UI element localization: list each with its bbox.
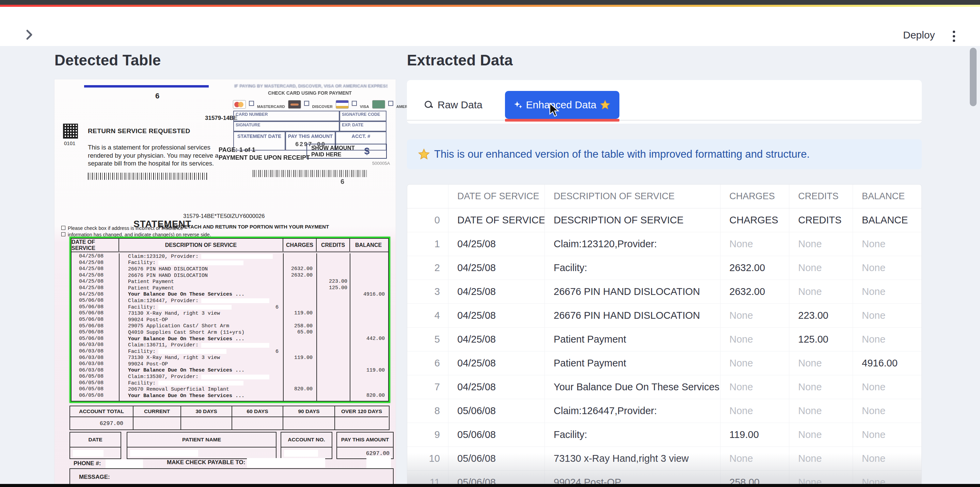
table-cell: None xyxy=(789,232,853,256)
payable-redaction xyxy=(247,458,325,468)
table-cell: 73130 x-Ray Hand,right 3 view xyxy=(544,447,720,470)
main-menu-icon[interactable] xyxy=(952,31,956,43)
aging-header-cell: OVER 120 DAYS xyxy=(335,406,388,417)
sidebar-expand-chevron-icon[interactable] xyxy=(22,28,36,41)
table-row: 404/25/0826676 PIN HAND DISLOCATIONNone2… xyxy=(407,304,921,328)
aging-empty-cell xyxy=(335,417,388,430)
table-cell: None xyxy=(720,447,789,470)
discover-logo-icon xyxy=(288,100,301,109)
redaction-box xyxy=(201,375,269,379)
show-amount-box: SHOW AMOUNTPAID HERE $ xyxy=(307,144,387,159)
enhanced-info-banner: This is our enhanced version of the tabl… xyxy=(407,139,922,169)
table-cell: Facility: xyxy=(544,256,720,280)
tab-enhanced-data-button[interactable]: Enhanced Data xyxy=(505,91,619,119)
table-cell: Patient Payment xyxy=(544,352,720,375)
extracted-table-header: DATE OF SERVICE DESCRIPTION OF SERVICE C… xyxy=(407,185,921,208)
star-icon xyxy=(600,99,611,110)
mastercard-checkbox xyxy=(249,101,254,106)
table-cell: None xyxy=(720,232,789,256)
table-cell: 4916.00 xyxy=(853,352,922,375)
phone-label: PHONE #: xyxy=(73,460,101,467)
table-cell: DESCRIPTION OF SERVICE xyxy=(544,208,720,232)
aging-header-cell: 90 DAYS xyxy=(283,406,335,417)
qr-label: 0101 xyxy=(64,140,75,146)
table-cell: None xyxy=(853,280,922,304)
tabs-divider xyxy=(407,120,922,121)
table-row: 604/25/08Patient PaymentNoneNone4916.00 xyxy=(407,352,921,375)
deploy-button[interactable]: Deploy xyxy=(903,29,935,41)
due-text: PAYMENT DUE UPON RECEIPT xyxy=(219,154,310,161)
redaction-box xyxy=(158,261,243,265)
exp-date-field: EXP. DATE xyxy=(339,121,387,132)
table-cell: None xyxy=(853,375,922,399)
redaction-box xyxy=(201,343,269,348)
visa-checkbox xyxy=(352,101,357,106)
statement-table-header: DATE OF SERVICE DESCRIPTION OF SERVICE C… xyxy=(72,239,388,252)
statement-intro: This is a statement for professional ser… xyxy=(88,143,219,167)
account-aging-table: ACCOUNT TOTALCURRENT30 DAYS60 DAYS90 DAY… xyxy=(70,406,390,430)
redaction-box xyxy=(284,450,318,457)
discover-label: DISCOVER xyxy=(312,105,332,109)
table-cell: 125.00 xyxy=(789,328,853,351)
table-cell: 04/25/08 xyxy=(448,304,544,327)
slip-box: DATE xyxy=(70,432,121,459)
table-cell: DATE OF SERVICE xyxy=(448,208,544,232)
aging-empty-cell xyxy=(134,417,181,430)
aging-empty-cell xyxy=(283,417,335,430)
table-cell: None xyxy=(789,280,853,304)
detected-table-bounding-box: DATE OF SERVICE DESCRIPTION OF SERVICE C… xyxy=(70,237,390,403)
redaction-box xyxy=(158,349,226,354)
phone-redaction xyxy=(105,459,143,468)
card-payment-form: IF PAYING BY MASTERCARD, DISCOVER, VISA … xyxy=(232,82,388,184)
table-cell: None xyxy=(720,328,789,351)
app-window: Deploy Detected Table 6 31579-14BE 0101 … xyxy=(0,0,980,487)
table-cell: None xyxy=(789,447,853,470)
table-cell: None xyxy=(853,328,922,351)
redaction-box xyxy=(201,298,269,303)
table-cell: None xyxy=(853,423,922,446)
statement-table-body: 04/25/08Claim:123120, Provider:04/25/08F… xyxy=(72,253,388,401)
table-row: 0DATE OF SERVICEDESCRIPTION OF SERVICECH… xyxy=(407,208,921,232)
extracted-table-body: 0DATE OF SERVICEDESCRIPTION OF SERVICECH… xyxy=(407,208,921,487)
amex-logo-icon xyxy=(372,100,385,109)
table-cell: BALANCE xyxy=(853,208,922,232)
table-cell: 04/25/08 xyxy=(448,328,544,351)
table-cell: 05/06/08 xyxy=(448,447,544,470)
table-cell: None xyxy=(853,447,922,470)
qr-code xyxy=(63,124,78,138)
table-cell: 223.00 xyxy=(789,304,853,327)
redaction-box xyxy=(201,254,273,259)
table-cell: CREDITS xyxy=(789,208,853,232)
table-cell: 26676 PIN HAND DISLOCATION xyxy=(544,304,720,327)
visa-label: VISA xyxy=(360,105,369,109)
table-row: 104/25/08Claim:123120,Provider:NoneNoneN… xyxy=(407,232,921,256)
table-cell: None xyxy=(720,352,789,375)
table-cell: 2632.00 xyxy=(720,256,789,280)
table-cell: Your Balance Due On These Services .. xyxy=(544,375,720,399)
payform-bottom-number: 6 xyxy=(340,178,344,186)
address-barcode xyxy=(88,173,207,180)
corner-redaction xyxy=(366,456,391,469)
slip-box: PATIENT NAME xyxy=(127,432,277,459)
page-scrollbar-thumb[interactable] xyxy=(970,48,977,106)
account-total-value: 6297.00 xyxy=(70,417,134,430)
table-cell: None xyxy=(853,304,922,327)
table-row: 304/25/0826676 PIN HAND DISLOCATION2632.… xyxy=(407,280,921,304)
slip-box: ACCOUNT NO. xyxy=(281,432,332,459)
table-row: 905/06/08Facility:119.00NoneNone xyxy=(407,423,921,447)
table-cell: 119.00 xyxy=(720,423,789,446)
ref-code: 31579-14BE*TE50IZUY6000026 xyxy=(183,213,264,219)
extracted-data-table[interactable]: DATE OF SERVICE DESCRIPTION OF SERVICE C… xyxy=(407,184,922,487)
table-cell: None xyxy=(789,375,853,399)
screen-bottom-edge xyxy=(0,484,980,487)
magnifier-icon xyxy=(425,101,433,109)
payform-subheader: CHECK CARD USING FOR PAYMENT xyxy=(232,90,388,96)
tab-raw-data[interactable]: Raw Data xyxy=(425,92,482,117)
table-cell: 05/06/08 xyxy=(448,399,544,423)
table-cell: 26676 PIN HAND DISLOCATION xyxy=(544,280,720,304)
table-row: 204/25/08Facility:2632.00NoneNone xyxy=(407,256,921,280)
detected-table-title: Detected Table xyxy=(54,52,161,69)
address-checkbox-2 xyxy=(61,232,65,236)
message-label: MESSAGE: xyxy=(70,469,393,481)
table-cell: 05/06/08 xyxy=(448,423,544,446)
